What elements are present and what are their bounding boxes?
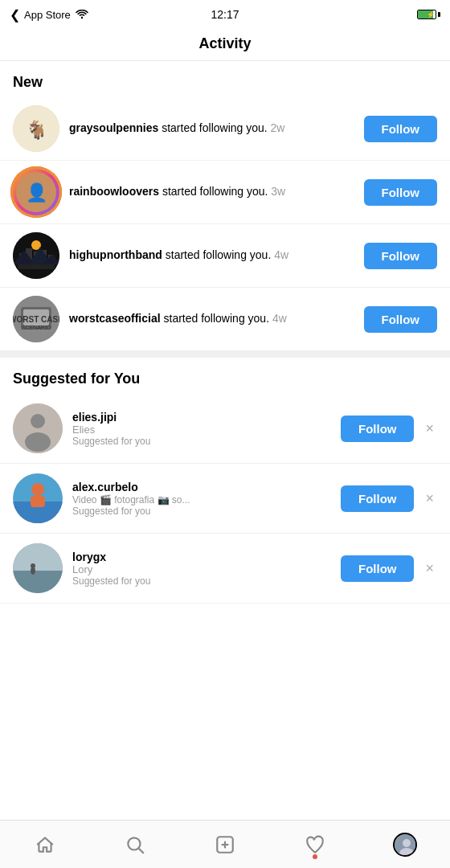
avatar-img-lory [13, 543, 63, 593]
avatar-elies[interactable] [13, 403, 63, 453]
svg-text:WORST CASE: WORST CASE [13, 315, 59, 324]
tab-heart[interactable] [296, 825, 334, 864]
page-header: Activity [0, 29, 450, 61]
sug-suggested-1: Suggested for you [72, 436, 331, 447]
svg-text:👤: 👤 [26, 182, 48, 203]
notif-text-2: rainboowloovers started following you. 3… [69, 184, 354, 200]
svg-point-0 [81, 17, 83, 18]
tab-home[interactable] [26, 825, 64, 864]
notif-action-4: started following you. [164, 312, 272, 325]
svg-rect-32 [31, 496, 45, 507]
follow-button-3[interactable]: Follow [364, 243, 438, 269]
svg-text:SCENARIO: SCENARIO [22, 325, 51, 330]
tab-add[interactable] [206, 825, 244, 864]
notif-text-3: highupnorthband started following you. 4… [69, 248, 354, 264]
notif-action-1: started following you. [162, 121, 270, 134]
username-graysoulpennies: graysoulpennies [69, 121, 158, 134]
section-separator [0, 351, 450, 358]
suggested-section-label: Suggested for You [0, 358, 450, 394]
follow-button-6[interactable]: Follow [341, 485, 415, 512]
avatar-highupnorthband[interactable] [13, 232, 59, 279]
avatar-img-rainboow: 👤 [13, 169, 59, 215]
svg-point-45 [403, 839, 411, 847]
notif-item-1: 🐐 graysoulpennies started following you.… [0, 97, 450, 161]
dismiss-button-3[interactable]: × [422, 557, 437, 580]
search-icon [125, 834, 145, 855]
new-section-label: New [0, 61, 450, 97]
avatar-img-worst: WORST CASE SCENARIO [13, 296, 59, 342]
sug-suggested-2: Suggested for you [72, 506, 331, 517]
app-store-label: App Store [24, 9, 71, 21]
tab-search[interactable] [116, 825, 154, 864]
avatar-lory[interactable] [13, 543, 63, 593]
username-highupnorthband: highupnorthband [69, 248, 162, 261]
follow-button-2[interactable]: Follow [364, 179, 438, 206]
sug-info-1: elies.jipi Elies Suggested for you [72, 411, 331, 447]
notif-item-3: highupnorthband started following you. 4… [0, 224, 450, 288]
svg-rect-34 [13, 571, 63, 593]
notif-item-4: WORST CASE SCENARIO worstcaseofficial st… [0, 288, 450, 351]
sug-suggested-3: Suggested for you [72, 575, 331, 587]
svg-point-38 [31, 563, 35, 568]
notif-text-1: graysoulpennies started following you. 2… [69, 121, 354, 137]
avatar-alex[interactable] [13, 473, 63, 523]
avatar-worstcaseofficial[interactable]: WORST CASE SCENARIO [13, 296, 59, 342]
svg-rect-36 [13, 543, 63, 571]
battery-bolt: ⚡ [427, 11, 435, 18]
avatar-img-alex [13, 473, 63, 523]
notif-text-4: worstcaseofficial started following you.… [69, 311, 354, 327]
sug-realname-3: Lory [72, 563, 331, 575]
suggested-item-2: alex.curbelo Video 🎬 fotografia 📷 so... … [0, 464, 450, 534]
follow-button-4[interactable]: Follow [364, 306, 438, 333]
dismiss-button-1[interactable]: × [422, 417, 437, 440]
tab-profile[interactable] [386, 825, 424, 864]
profile-avatar-img [395, 834, 417, 857]
status-time: 12:17 [211, 8, 239, 21]
avatar-img-elies [13, 403, 63, 453]
heart-icon [305, 834, 325, 855]
username-rainboowloovers: rainboowloovers [69, 185, 159, 198]
svg-text:🐐: 🐐 [26, 119, 48, 141]
home-icon [35, 834, 55, 855]
status-right: ⚡ [417, 10, 440, 19]
notif-time-4: 4w [272, 312, 287, 325]
dismiss-button-2[interactable]: × [422, 487, 437, 510]
sug-username-1: elies.jipi [72, 411, 331, 424]
avatar-img-highup [13, 232, 59, 279]
page-title: Activity [0, 35, 450, 52]
sug-info-2: alex.curbelo Video 🎬 fotografia 📷 so... … [72, 481, 331, 517]
notif-action-2: started following you. [162, 185, 271, 198]
svg-line-40 [139, 848, 144, 853]
tab-bar [0, 820, 450, 868]
sug-bio-2: Video 🎬 fotografia 📷 so... [72, 494, 331, 506]
avatar-rainboowloovers[interactable]: 👤 [13, 169, 59, 215]
svg-point-31 [31, 483, 44, 496]
status-left: ❮ App Store [10, 7, 89, 23]
sug-actions-3: Follow × [341, 555, 437, 582]
back-arrow-icon: ❮ [10, 7, 20, 23]
follow-button-7[interactable]: Follow [341, 555, 415, 582]
heart-notification-dot [313, 854, 317, 859]
avatar-graysoulpennies[interactable]: 🐐 [13, 105, 59, 152]
status-bar: ❮ App Store 12:17 ⚡ [0, 0, 450, 29]
follow-button-5[interactable]: Follow [341, 416, 415, 442]
sug-actions-1: Follow × [341, 416, 437, 442]
notif-time-1: 2w [271, 121, 285, 134]
add-icon [215, 834, 235, 855]
wifi-icon [75, 10, 89, 20]
notif-time-2: 3w [271, 185, 285, 198]
svg-point-25 [25, 432, 51, 452]
svg-point-24 [31, 414, 45, 428]
follow-button-1[interactable]: Follow [364, 116, 438, 142]
sug-realname-1: Elies [72, 424, 331, 436]
profile-avatar-tab [393, 833, 417, 857]
sug-actions-2: Follow × [341, 485, 437, 512]
battery-icon: ⚡ [417, 10, 440, 19]
svg-point-39 [128, 837, 140, 850]
avatar-img-graysoul: 🐐 [13, 105, 59, 152]
notif-action-3: started following you. [166, 248, 274, 261]
sug-username-3: lorygx [72, 551, 331, 563]
sug-username-2: alex.curbelo [72, 481, 331, 493]
suggested-item-1: elies.jipi Elies Suggested for you Follo… [0, 394, 450, 464]
notif-item-2: 👤 rainboowloovers started following you.… [0, 161, 450, 224]
